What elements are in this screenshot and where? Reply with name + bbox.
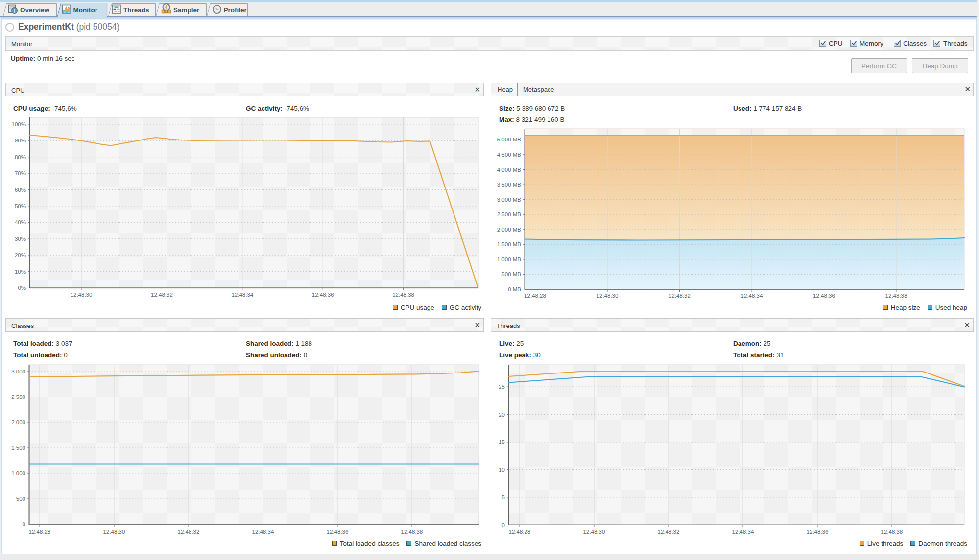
svg-text:12:48:30: 12:48:30 bbox=[583, 529, 605, 535]
svg-text:12:48:38: 12:48:38 bbox=[401, 529, 423, 535]
svg-text:0: 0 bbox=[502, 522, 505, 528]
svg-text:90%: 90% bbox=[15, 138, 26, 143]
svg-text:Overview: Overview bbox=[20, 6, 50, 14]
svg-text:20: 20 bbox=[499, 412, 505, 418]
svg-text:15: 15 bbox=[499, 439, 505, 445]
svg-text:2 500: 2 500 bbox=[11, 394, 25, 400]
svg-text:100%: 100% bbox=[12, 121, 26, 127]
svg-text:3 000 MB: 3 000 MB bbox=[497, 197, 522, 203]
svg-text:2 000: 2 000 bbox=[11, 420, 25, 425]
svg-text:12:48:38: 12:48:38 bbox=[885, 293, 907, 299]
svg-text:i: i bbox=[14, 8, 15, 14]
svg-text:Sampler: Sampler bbox=[173, 6, 200, 14]
svg-text:4 500 MB: 4 500 MB bbox=[497, 152, 522, 158]
svg-text:12:48:34: 12:48:34 bbox=[741, 293, 763, 299]
svg-text:4 000 MB: 4 000 MB bbox=[497, 167, 522, 173]
svg-text:1 000: 1 000 bbox=[11, 470, 25, 476]
svg-text:2 000 MB: 2 000 MB bbox=[497, 227, 522, 233]
svg-text:2 500 MB: 2 500 MB bbox=[497, 211, 522, 217]
svg-text:0 MB: 0 MB bbox=[508, 286, 521, 292]
svg-text:80%: 80% bbox=[15, 154, 26, 160]
svg-text:1 000 MB: 1 000 MB bbox=[497, 257, 522, 262]
svg-text:12:48:36: 12:48:36 bbox=[327, 529, 349, 535]
svg-text:60%: 60% bbox=[15, 187, 26, 193]
svg-text:70%: 70% bbox=[15, 170, 26, 176]
svg-text:Monitor: Monitor bbox=[73, 6, 98, 14]
svg-text:12:48:32: 12:48:32 bbox=[669, 293, 691, 299]
svg-text:12:48:30: 12:48:30 bbox=[71, 292, 93, 298]
svg-text:12:48:28: 12:48:28 bbox=[524, 293, 546, 299]
svg-text:40%: 40% bbox=[15, 219, 26, 225]
svg-text:3 500 MB: 3 500 MB bbox=[497, 182, 522, 187]
svg-text:1 500: 1 500 bbox=[11, 445, 25, 451]
svg-text:12:48:36: 12:48:36 bbox=[813, 293, 835, 299]
svg-text:12:48:36: 12:48:36 bbox=[312, 292, 334, 298]
svg-text:500 MB: 500 MB bbox=[501, 271, 521, 277]
svg-text:12:48:34: 12:48:34 bbox=[252, 529, 274, 535]
svg-text:25: 25 bbox=[499, 384, 505, 390]
svg-text:5 000 MB: 5 000 MB bbox=[497, 137, 522, 142]
svg-text:12:48:30: 12:48:30 bbox=[103, 529, 125, 535]
svg-text:12:48:36: 12:48:36 bbox=[807, 529, 829, 535]
svg-text:30%: 30% bbox=[15, 236, 26, 242]
svg-text:12:48:38: 12:48:38 bbox=[881, 529, 903, 535]
svg-text:1 500 MB: 1 500 MB bbox=[497, 241, 522, 247]
svg-text:12:48:32: 12:48:32 bbox=[151, 292, 173, 298]
svg-text:50%: 50% bbox=[15, 203, 26, 209]
svg-text:Threads: Threads bbox=[123, 6, 149, 14]
svg-text:500: 500 bbox=[16, 496, 25, 502]
svg-text:12:48:28: 12:48:28 bbox=[29, 529, 51, 535]
svg-text:Profiler: Profiler bbox=[224, 6, 247, 14]
svg-text:0%: 0% bbox=[18, 285, 26, 291]
svg-text:0: 0 bbox=[23, 521, 25, 527]
svg-text:12:48:38: 12:48:38 bbox=[392, 292, 414, 298]
svg-text:3 000: 3 000 bbox=[11, 369, 25, 374]
svg-text:12:48:32: 12:48:32 bbox=[178, 529, 200, 535]
svg-text:12:48:34: 12:48:34 bbox=[231, 292, 253, 298]
svg-text:5: 5 bbox=[502, 494, 505, 500]
svg-text:10: 10 bbox=[499, 467, 505, 473]
svg-text:12:48:34: 12:48:34 bbox=[732, 529, 754, 535]
svg-text:10%: 10% bbox=[15, 269, 26, 275]
svg-text:12:48:32: 12:48:32 bbox=[658, 529, 680, 535]
svg-text:12:48:30: 12:48:30 bbox=[597, 293, 619, 299]
svg-text:20%: 20% bbox=[15, 252, 26, 258]
svg-text:12:48:28: 12:48:28 bbox=[509, 529, 531, 535]
